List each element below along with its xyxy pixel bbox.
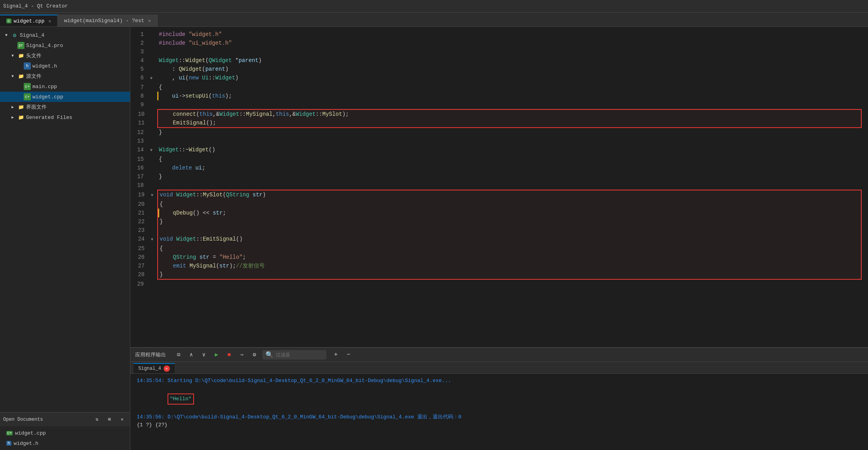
sidebar-item-headers[interactable]: ▼ 📁 头文件 <box>0 51 130 61</box>
filter-search-box: 🔍 <box>262 350 326 360</box>
sidebar-sources-label: 源文件 <box>26 73 41 80</box>
btn-run[interactable]: ▶ <box>212 350 221 360</box>
sidebar-item-widget-h[interactable]: h widget.h <box>0 61 130 71</box>
code-line-19: 19 ▼ void Widget::MySlot(QString str) <box>131 190 861 200</box>
code-line-10: 10 connect(this,&Widget::MySignal,this,&… <box>131 110 861 119</box>
code-line-29: 29 <box>130 280 868 288</box>
bottom-tab-close[interactable]: ✕ <box>164 365 170 372</box>
output-line-hello: "Hello" <box>137 386 862 412</box>
sidebar-item-generated[interactable]: ▶ 📁 Generated Files <box>0 112 130 122</box>
sidebar-tree: ▼ ⚙ Signal_4 pr Signal_4.pro ▼ 📁 头文件 h w… <box>0 27 130 412</box>
code-line-9: 9 <box>130 100 868 109</box>
sidebar-pro-label: Signal_4.pro <box>26 43 63 49</box>
code-line-5: 5 : QWidget(parent) <box>130 65 868 73</box>
tab-cpp-icon: c <box>6 19 11 23</box>
open-docs-split-icon[interactable]: ⊞ <box>105 415 114 424</box>
sidebar-item-pro[interactable]: pr Signal_4.pro <box>0 40 130 51</box>
sidebar-main-cpp-label: main.cpp <box>32 84 57 90</box>
sidebar-item-sources[interactable]: ▼ 📁 源文件 <box>0 71 130 81</box>
code-line-18: 18 <box>130 181 868 190</box>
open-docs-sort-icon[interactable]: ⇅ <box>92 415 102 424</box>
code-line-7: 7 { <box>130 83 868 92</box>
sidebar-item-widget-cpp[interactable]: c+ widget.cpp <box>0 92 130 102</box>
cpp-file-icon-widget: c+ <box>24 93 31 100</box>
code-line-3: 3 <box>130 47 868 56</box>
code-line-27: 27 emit MySignal(str);//发射信号 <box>131 262 861 270</box>
code-editor[interactable]: 1 #include "widget.h" 2 #include "ui_wid… <box>130 27 868 347</box>
tab-widgetmain[interactable]: widget(mainSignal4) - ?est ✕ <box>58 15 157 26</box>
red-box-1: 10 connect(this,&Widget::MySignal,this,&… <box>157 109 862 128</box>
editor-column: 1 #include "widget.h" 2 #include "ui_wid… <box>130 27 868 450</box>
btn-stop[interactable]: ■ <box>224 350 234 360</box>
open-docs-items: c+ widget.cpp h widget.h <box>0 426 130 450</box>
cpp-file-icon-main: c+ <box>24 83 31 90</box>
code-line-11: 11 EmitSignal(); <box>131 119 861 127</box>
project-icon: ⚙ <box>11 32 18 39</box>
code-line-16: 16 delete ui; <box>130 164 868 172</box>
tab-widgetcpp[interactable]: c widget.cpp ✕ <box>0 15 58 26</box>
code-line-1: 1 #include "widget.h" <box>130 30 868 39</box>
hello-red-box: "Hello" <box>168 394 194 405</box>
ui-arrow: ▶ <box>9 105 16 109</box>
h-file-icon: h <box>24 62 31 70</box>
bottom-toolbar: 应用程序输出 ⊡ ∧ ∨ ▶ ■ ⇒ ⚙ 🔍 + − <box>130 348 868 362</box>
code-line-2: 2 #include "ui_widget.h" <box>130 39 868 47</box>
output-title: 应用程序输出 <box>135 351 166 358</box>
btn-monitor[interactable]: ⊡ <box>174 350 183 360</box>
btn-settings[interactable]: ⚙ <box>250 350 259 360</box>
code-line-15: 15 { <box>130 155 868 164</box>
top-bar: Signal_4 - Qt Creator <box>0 0 868 13</box>
tab-main-close-icon[interactable]: ✕ <box>148 18 151 23</box>
open-doc-widget-cpp[interactable]: c+ widget.cpp <box>0 428 130 438</box>
open-docs-label: Open Documents <box>3 417 43 422</box>
open-doc-widget-h[interactable]: h widget.h <box>0 438 130 448</box>
code-line-23: 23 <box>131 226 861 235</box>
sidebar-item-ui[interactable]: ▶ 📁 界面文件 <box>0 102 130 112</box>
btn-scroll-up[interactable]: ∧ <box>186 350 196 360</box>
arrow-icon: ▼ <box>3 33 9 38</box>
code-line-13: 13 <box>130 137 868 145</box>
sidebar-widget-h-label: widget.h <box>32 63 57 69</box>
open-docs-header: Open Documents ⇅ ⊞ ✕ <box>0 412 130 426</box>
code-line-6: 6 ▼ , ui(new Ui::Widget) <box>130 73 868 83</box>
bottom-tabs: Signal_4 ✕ <box>130 362 868 374</box>
btn-add[interactable]: + <box>331 350 341 360</box>
generated-folder-icon: 📁 <box>17 114 24 121</box>
btn-step[interactable]: ⇒ <box>237 350 247 360</box>
btn-remove[interactable]: − <box>344 350 353 360</box>
open-doc-h-icon: h <box>6 441 11 446</box>
window-title: Signal_4 - Qt Creator <box>3 3 68 9</box>
tab-bar: c widget.cpp ✕ widget(mainSignal4) - ?es… <box>0 13 868 27</box>
generated-arrow: ▶ <box>9 115 16 120</box>
code-line-25: 25 { <box>131 244 861 253</box>
btn-scroll-down[interactable]: ∨ <box>199 350 209 360</box>
tab-close-icon[interactable]: ✕ <box>49 19 51 24</box>
code-line-20: 20 { <box>131 200 861 209</box>
open-docs-close-icon[interactable]: ✕ <box>117 415 127 424</box>
sidebar-item-signal4[interactable]: ▼ ⚙ Signal_4 <box>0 30 130 40</box>
code-line-12: 12 } <box>130 128 868 137</box>
sidebar-widget-cpp-label: widget.cpp <box>32 94 63 100</box>
filter-input[interactable] <box>276 352 323 358</box>
open-documents-section: Open Documents ⇅ ⊞ ✕ c+ widget.cpp h wid… <box>0 412 130 450</box>
ui-folder-icon: 📁 <box>17 104 24 111</box>
sidebar-ui-label: 界面文件 <box>26 104 47 111</box>
open-doc-cpp-icon: c+ <box>6 431 13 435</box>
sources-arrow: ▼ <box>9 74 16 79</box>
bottom-tab-signal4[interactable]: Signal_4 ✕ <box>134 363 175 373</box>
main-area: ▼ ⚙ Signal_4 pr Signal_4.pro ▼ 📁 头文件 h w… <box>0 27 868 450</box>
code-line-14: 14 ▼ Widget::~Widget() <box>130 145 868 155</box>
sidebar: ▼ ⚙ Signal_4 pr Signal_4.pro ▼ 📁 头文件 h w… <box>0 27 130 450</box>
sidebar-headers-label: 头文件 <box>26 52 41 59</box>
sources-folder-icon: 📁 <box>17 73 24 80</box>
search-icon: 🔍 <box>265 351 273 359</box>
code-line-26: 26 QString str = "Hello"; <box>131 253 861 262</box>
pro-file-icon: pr <box>17 42 24 49</box>
tab-main-label: widget(mainSignal4) - ?est <box>64 18 144 24</box>
headers-arrow: ▼ <box>9 54 16 58</box>
tab-widgetcpp-label: widget.cpp <box>14 18 45 24</box>
bottom-tab-label: Signal_4 <box>138 366 161 371</box>
output-line-3: {1 ?} {2?} <box>137 421 862 429</box>
sidebar-item-main-cpp[interactable]: c+ main.cpp <box>0 81 130 92</box>
code-line-17: 17 } <box>130 172 868 181</box>
